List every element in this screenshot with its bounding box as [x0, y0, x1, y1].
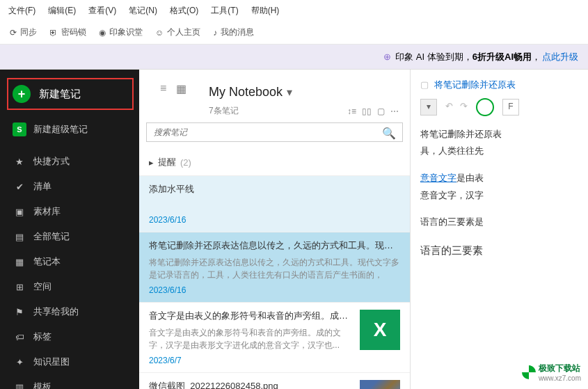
note-card[interactable]: 微信截图_20221226082458.png [139, 373, 410, 389]
notebook-icon: ▦ [14, 257, 25, 267]
note-list-panel: ≡ ▦ My Notebook ▾ 7条笔记 ↕≡ ▯▯ ▢ ⋯ 🔍 [139, 70, 411, 389]
box-icon: ▣ [14, 207, 25, 217]
search-input[interactable] [146, 122, 403, 142]
sync-icon: ⟳ [10, 28, 17, 38]
sort-icon[interactable]: ↕≡ [347, 106, 356, 116]
toolbar: ⟳同步 ⛨密码锁 ◉印象识堂 ☺个人主页 ♪我的消息 [0, 21, 588, 45]
messages-button[interactable]: ♪我的消息 [213, 26, 254, 38]
chevron-down-icon[interactable]: ▾ [287, 86, 292, 99]
grid-view-icon[interactable]: ▦ [176, 82, 186, 95]
chevron-right-icon: ▸ [149, 157, 154, 168]
search-icon[interactable]: 🔍 [382, 127, 396, 140]
redo-icon[interactable]: ↷ [460, 98, 468, 116]
sparkle-icon: ✦ [14, 357, 25, 367]
list-view-icon[interactable]: ≡ [160, 82, 166, 95]
menu-bar: 文件(F) 编辑(E) 查看(V) 笔记(N) 格式(O) 工具(T) 帮助(H… [0, 0, 588, 21]
sidebar-item-tags[interactable]: 🏷标签 [0, 324, 139, 349]
grid-icon: ⊞ [14, 282, 25, 292]
note-title: 微信截图_20221226082458.png [149, 380, 353, 389]
note-detail-title[interactable]: 将笔记删除并还原表 [434, 77, 516, 94]
notebook-title[interactable]: My Notebook [209, 85, 283, 100]
column-icon[interactable]: ▯▯ [362, 106, 372, 116]
note-card[interactable]: 将笔记删除并还原表达信息以传之，久远的方式和工具。现代文字... 将笔记删除并还… [139, 232, 410, 303]
note-card[interactable]: 添加水平线 2023/6/16 [139, 176, 410, 232]
super-note-icon: S [13, 122, 26, 136]
sidebar-item-space[interactable]: ⊞空间 [0, 274, 139, 299]
sidebar-item-allnotes[interactable]: ▤全部笔记 [0, 224, 139, 249]
menu-format[interactable]: 格式(O) [170, 5, 198, 17]
menu-notes[interactable]: 笔记(N) [129, 5, 157, 17]
sidebar-item-checklist[interactable]: ✔清单 [0, 174, 139, 199]
note-date: 2023/6/7 [149, 356, 353, 365]
expand-icon[interactable]: ▢ [420, 77, 429, 94]
menu-view[interactable]: 查看(V) [88, 5, 116, 17]
watermark: 极致下载站 www.xz7.com [522, 363, 581, 382]
template-icon: ▥ [14, 382, 25, 390]
menu-edit[interactable]: 编辑(E) [48, 5, 76, 17]
note-count: 7条笔记 [150, 105, 239, 117]
banner-suffix: ， [532, 51, 541, 63]
sidebar-item-template[interactable]: ▥模板 [0, 374, 139, 389]
menu-tools[interactable]: 工具(T) [211, 5, 238, 17]
elephant-icon: ◉ [99, 28, 106, 38]
filter-icon[interactable]: ▢ [377, 106, 385, 116]
note-body[interactable]: 将笔记删除并还原表 具，人类往往先 意音文字是由表 意音文字，汉字 语言的三要素… [420, 126, 578, 261]
excel-icon: X [360, 310, 400, 350]
reminder-section[interactable]: ▸ 提醒 (2) [139, 149, 410, 176]
note-title: 音文字是由表义的象形符号和表音的声旁组。成的... [149, 310, 353, 322]
sidebar-item-material[interactable]: ▣素材库 [0, 199, 139, 224]
ai-banner: ⊕ 印象 AI 体验到期， 6折升级AI畅用 ， 点此升级 [0, 45, 588, 70]
note-detail-panel: ▢ 将笔记删除并还原表 ▾ ↶ ↷ F 将笔记删除并还原表 具，人类往往先 意音… [411, 70, 588, 389]
tag-icon: 🏷 [14, 332, 25, 342]
bell-icon: ♪ [213, 28, 217, 38]
note-preview: 音文字是由表义的象形符号和表音的声旁组。成的文字，汉字是由表形文字进化成的意音文… [149, 326, 353, 351]
banner-bold: 6折升级AI畅用 [472, 51, 532, 63]
upgrade-link[interactable]: 点此升级 [542, 51, 578, 63]
sync-button[interactable]: ⟳同步 [10, 26, 37, 38]
menu-help[interactable]: 帮助(H) [251, 5, 280, 17]
image-thumbnail [360, 380, 400, 389]
sidebar-item-shortcut[interactable]: ★快捷方式 [0, 149, 139, 174]
shield-icon: ⛨ [49, 28, 58, 38]
format-button[interactable]: F [502, 99, 519, 116]
sidebar-item-notebook[interactable]: ▦笔记本 [0, 249, 139, 274]
link-text[interactable]: 意音文字 [420, 173, 456, 183]
star-icon: ★ [14, 157, 25, 167]
sidebar-item-knowledge[interactable]: ✦知识星图 [0, 349, 139, 374]
note-date: 2023/6/16 [149, 215, 400, 225]
reminder-count: (2) [180, 157, 191, 168]
undo-icon[interactable]: ↶ [445, 98, 453, 116]
menu-file[interactable]: 文件(F) [8, 5, 35, 17]
plus-icon: + [13, 85, 31, 103]
check-icon: ✔ [14, 182, 25, 192]
more-icon[interactable]: ⋯ [390, 106, 399, 116]
people-icon: ⚑ [14, 307, 25, 317]
new-super-note-button[interactable]: S 新建超级笔记 [0, 117, 139, 142]
sidebar: + 新建笔记 S 新建超级笔记 ★快捷方式 ✔清单 ▣素材库 ▤全部笔记 ▦笔记… [0, 70, 139, 389]
banner-prefix: 印象 AI 体验到期， [395, 51, 472, 63]
note-title: 添加水平线 [149, 183, 400, 196]
note-card[interactable]: 音文字是由表义的象形符号和表音的声旁组。成的... 音文字是由表义的象形符号和表… [139, 303, 410, 373]
lock-button[interactable]: ⛨密码锁 [49, 26, 86, 38]
note-date: 2023/6/16 [149, 285, 400, 295]
globe-icon: ⊕ [383, 51, 391, 62]
watermark-icon [522, 365, 536, 379]
person-icon: ☺ [155, 28, 164, 38]
note-title: 将笔记删除并还原表达信息以传之，久远的方式和工具。现代文字... [149, 239, 400, 252]
new-note-button[interactable]: + 新建笔记 [7, 78, 134, 110]
notes-icon: ▤ [14, 232, 25, 242]
dropdown-button[interactable]: ▾ [420, 99, 437, 116]
hall-button[interactable]: ◉印象识堂 [99, 26, 143, 38]
note-preview: 将笔记删除并还原表达信息以传之，久远的方式和工具。现代文字多是记录语言的，工具，… [149, 256, 400, 281]
profile-button[interactable]: ☺个人主页 [155, 26, 200, 38]
ai-button[interactable] [476, 98, 494, 116]
sidebar-item-shared[interactable]: ⚑共享给我的 [0, 299, 139, 324]
